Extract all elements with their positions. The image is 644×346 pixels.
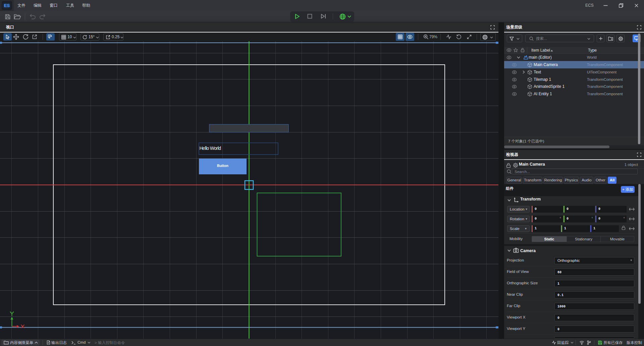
svg-text:Hello World: Hello World bbox=[200, 146, 221, 151]
svg-text:Button: Button bbox=[217, 164, 228, 168]
